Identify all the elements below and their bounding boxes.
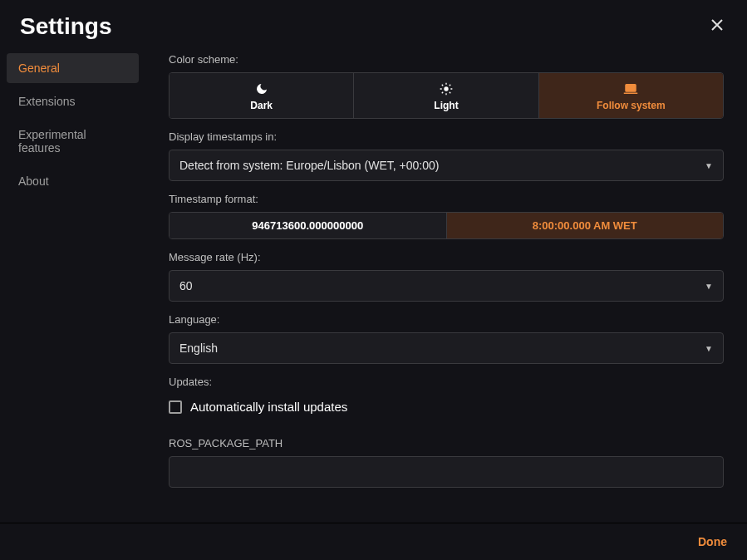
timestamps-value: Detect from system: Europe/Lisbon (WET, … (179, 159, 439, 172)
color-scheme-dark[interactable]: Dark (170, 73, 354, 118)
language-value: English (179, 341, 218, 355)
sun-icon (440, 81, 453, 96)
page-title: Settings (20, 13, 111, 40)
color-scheme-follow[interactable]: Follow system (539, 73, 723, 118)
sidebar-item-about[interactable]: About (7, 166, 139, 196)
chevron-down-icon: ▼ (705, 344, 713, 353)
svg-line-3 (442, 85, 443, 86)
chevron-down-icon: ▼ (705, 282, 713, 291)
updates-label: Updates: (169, 376, 724, 388)
moon-icon (255, 81, 268, 96)
auto-install-row[interactable]: Automatically install updates (169, 395, 724, 419)
timestamp-format-label: Timestamp format: (169, 193, 724, 205)
sidebar-item-experimental[interactable]: Experimental features (7, 120, 139, 163)
chevron-down-icon: ▼ (705, 161, 713, 170)
svg-rect-9 (626, 85, 636, 91)
color-scheme-light-label: Light (434, 100, 458, 111)
auto-install-checkbox[interactable] (169, 400, 182, 414)
close-icon (710, 18, 724, 32)
timestamp-format-formatted[interactable]: 8:00:00.000 AM WET (447, 213, 724, 238)
ros-path-input[interactable] (169, 456, 724, 488)
color-scheme-follow-label: Follow system (597, 100, 666, 111)
timestamps-select[interactable]: Detect from system: Europe/Lisbon (WET, … (169, 150, 724, 181)
settings-panel[interactable]: Color scheme: Dark Light Follow system (145, 47, 747, 523)
color-scheme-label: Color scheme: (169, 53, 724, 66)
timestamp-format-raw-label: 946713600.000000000 (252, 219, 363, 232)
color-scheme-group: Dark Light Follow system (169, 72, 724, 119)
language-label: Language: (169, 313, 724, 326)
timestamp-format-formatted-label: 8:00:00.000 AM WET (533, 219, 637, 232)
sidebar: General Extensions Experimental features… (0, 47, 145, 523)
timestamp-format-raw[interactable]: 946713600.000000000 (170, 213, 447, 238)
sidebar-item-extensions[interactable]: Extensions (7, 86, 139, 116)
language-select[interactable]: English ▼ (169, 332, 724, 364)
svg-line-8 (450, 85, 450, 86)
close-button[interactable] (707, 15, 727, 38)
message-rate-select[interactable]: 60 ▼ (169, 270, 724, 302)
svg-line-4 (450, 92, 450, 93)
svg-line-7 (442, 92, 443, 93)
color-scheme-dark-label: Dark (250, 100, 273, 111)
auto-install-label: Automatically install updates (190, 400, 347, 414)
laptop-icon (623, 81, 638, 96)
ros-path-label: ROS_PACKAGE_PATH (169, 437, 724, 449)
color-scheme-light[interactable]: Light (354, 73, 538, 118)
svg-point-0 (444, 86, 448, 91)
sidebar-item-general[interactable]: General (7, 53, 139, 83)
message-rate-label: Message rate (Hz): (169, 251, 724, 263)
timestamps-label: Display timestamps in: (169, 130, 724, 143)
timestamp-format-group: 946713600.000000000 8:00:00.000 AM WET (169, 212, 724, 239)
message-rate-value: 60 (179, 279, 193, 292)
footer: Done (0, 523, 747, 560)
done-button[interactable]: Done (698, 535, 727, 548)
